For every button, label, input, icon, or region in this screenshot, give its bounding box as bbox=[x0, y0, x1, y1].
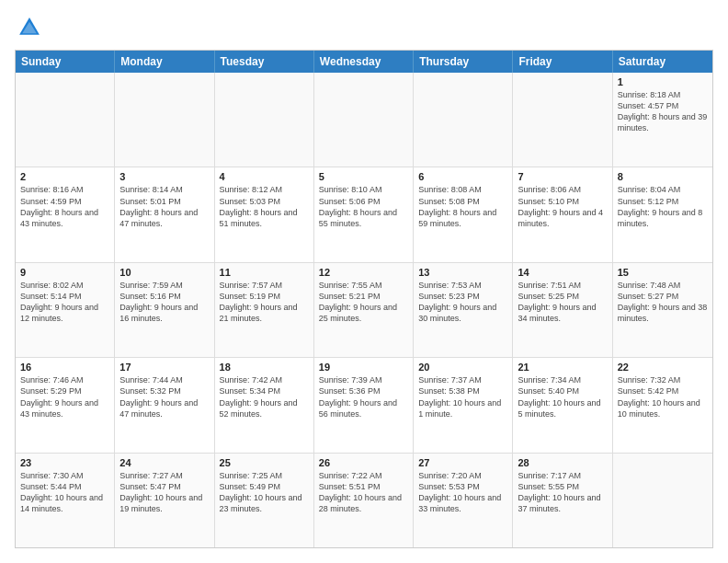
day-number: 15 bbox=[618, 267, 708, 278]
day-number: 1 bbox=[618, 76, 708, 87]
weekday-header-wednesday: Wednesday bbox=[314, 51, 414, 73]
day-number: 18 bbox=[220, 362, 309, 373]
day-cell-11: 11Sunrise: 7:57 AM Sunset: 5:19 PM Dayli… bbox=[215, 263, 314, 357]
day-number: 8 bbox=[618, 171, 708, 182]
day-info: Sunrise: 8:04 AM Sunset: 5:12 PM Dayligh… bbox=[618, 184, 708, 229]
day-number: 19 bbox=[319, 362, 408, 373]
day-info: Sunrise: 7:51 AM Sunset: 5:25 PM Dayligh… bbox=[518, 280, 607, 325]
day-number: 22 bbox=[618, 362, 708, 373]
day-info: Sunrise: 8:10 AM Sunset: 5:06 PM Dayligh… bbox=[319, 184, 408, 229]
day-info: Sunrise: 7:39 AM Sunset: 5:36 PM Dayligh… bbox=[319, 374, 408, 419]
page: SundayMondayTuesdayWednesdayThursdayFrid… bbox=[0, 0, 728, 563]
day-number: 16 bbox=[20, 362, 109, 373]
day-cell-20: 20Sunrise: 7:37 AM Sunset: 5:38 PM Dayli… bbox=[414, 358, 513, 452]
day-cell-15: 15Sunrise: 7:48 AM Sunset: 5:27 PM Dayli… bbox=[613, 263, 712, 357]
empty-cell bbox=[414, 73, 513, 167]
day-cell-3: 3Sunrise: 8:14 AM Sunset: 5:01 PM Daylig… bbox=[115, 167, 214, 261]
day-number: 25 bbox=[220, 457, 309, 468]
day-info: Sunrise: 7:34 AM Sunset: 5:40 PM Dayligh… bbox=[518, 374, 607, 419]
day-info: Sunrise: 7:55 AM Sunset: 5:21 PM Dayligh… bbox=[319, 280, 408, 325]
day-number: 20 bbox=[418, 362, 507, 373]
day-info: Sunrise: 8:14 AM Sunset: 5:01 PM Dayligh… bbox=[119, 184, 209, 229]
day-number: 2 bbox=[20, 171, 109, 182]
header bbox=[15, 15, 713, 40]
day-cell-26: 26Sunrise: 7:22 AM Sunset: 5:51 PM Dayli… bbox=[314, 454, 414, 547]
day-number: 5 bbox=[319, 171, 408, 182]
day-number: 7 bbox=[518, 171, 607, 182]
day-info: Sunrise: 8:18 AM Sunset: 4:57 PM Dayligh… bbox=[618, 89, 708, 134]
calendar-header: SundayMondayTuesdayWednesdayThursdayFrid… bbox=[16, 51, 712, 73]
day-cell-13: 13Sunrise: 7:53 AM Sunset: 5:23 PM Dayli… bbox=[414, 263, 513, 357]
day-cell-24: 24Sunrise: 7:27 AM Sunset: 5:47 PM Dayli… bbox=[115, 454, 214, 547]
day-number: 26 bbox=[319, 457, 408, 468]
day-info: Sunrise: 7:59 AM Sunset: 5:16 PM Dayligh… bbox=[119, 280, 209, 325]
day-info: Sunrise: 7:22 AM Sunset: 5:51 PM Dayligh… bbox=[319, 470, 408, 515]
day-cell-21: 21Sunrise: 7:34 AM Sunset: 5:40 PM Dayli… bbox=[513, 358, 612, 452]
calendar-body: 1Sunrise: 8:18 AM Sunset: 4:57 PM Daylig… bbox=[16, 73, 712, 547]
day-cell-23: 23Sunrise: 7:30 AM Sunset: 5:44 PM Dayli… bbox=[16, 454, 115, 547]
calendar-row-3: 16Sunrise: 7:46 AM Sunset: 5:29 PM Dayli… bbox=[16, 358, 712, 453]
logo bbox=[15, 15, 42, 40]
day-number: 6 bbox=[418, 171, 507, 182]
day-number: 10 bbox=[119, 267, 209, 278]
weekday-header-tuesday: Tuesday bbox=[215, 51, 314, 73]
weekday-header-thursday: Thursday bbox=[414, 51, 513, 73]
day-cell-2: 2Sunrise: 8:16 AM Sunset: 4:59 PM Daylig… bbox=[16, 167, 115, 261]
day-number: 4 bbox=[220, 171, 309, 182]
day-info: Sunrise: 7:42 AM Sunset: 5:34 PM Dayligh… bbox=[220, 374, 309, 419]
day-info: Sunrise: 7:25 AM Sunset: 5:49 PM Dayligh… bbox=[220, 470, 309, 515]
day-number: 13 bbox=[418, 267, 507, 278]
day-number: 9 bbox=[20, 267, 109, 278]
day-cell-5: 5Sunrise: 8:10 AM Sunset: 5:06 PM Daylig… bbox=[314, 167, 414, 261]
day-number: 17 bbox=[119, 362, 209, 373]
day-info: Sunrise: 8:02 AM Sunset: 5:14 PM Dayligh… bbox=[20, 280, 109, 325]
calendar-row-1: 2Sunrise: 8:16 AM Sunset: 4:59 PM Daylig… bbox=[16, 167, 712, 262]
day-cell-4: 4Sunrise: 8:12 AM Sunset: 5:03 PM Daylig… bbox=[215, 167, 314, 261]
day-number: 3 bbox=[119, 171, 209, 182]
day-number: 24 bbox=[119, 457, 209, 468]
day-info: Sunrise: 7:32 AM Sunset: 5:42 PM Dayligh… bbox=[618, 374, 708, 419]
day-info: Sunrise: 8:12 AM Sunset: 5:03 PM Dayligh… bbox=[220, 184, 309, 229]
day-cell-16: 16Sunrise: 7:46 AM Sunset: 5:29 PM Dayli… bbox=[16, 358, 115, 452]
day-cell-19: 19Sunrise: 7:39 AM Sunset: 5:36 PM Dayli… bbox=[314, 358, 414, 452]
empty-cell bbox=[314, 73, 414, 167]
day-info: Sunrise: 7:20 AM Sunset: 5:53 PM Dayligh… bbox=[418, 470, 507, 515]
weekday-header-monday: Monday bbox=[115, 51, 214, 73]
day-cell-8: 8Sunrise: 8:04 AM Sunset: 5:12 PM Daylig… bbox=[613, 167, 712, 261]
day-cell-17: 17Sunrise: 7:44 AM Sunset: 5:32 PM Dayli… bbox=[115, 358, 214, 452]
day-cell-7: 7Sunrise: 8:06 AM Sunset: 5:10 PM Daylig… bbox=[513, 167, 612, 261]
calendar-row-0: 1Sunrise: 8:18 AM Sunset: 4:57 PM Daylig… bbox=[16, 73, 712, 167]
day-info: Sunrise: 7:57 AM Sunset: 5:19 PM Dayligh… bbox=[220, 280, 309, 325]
day-info: Sunrise: 7:37 AM Sunset: 5:38 PM Dayligh… bbox=[418, 374, 507, 419]
day-cell-22: 22Sunrise: 7:32 AM Sunset: 5:42 PM Dayli… bbox=[613, 358, 712, 452]
logo-icon bbox=[17, 15, 42, 40]
day-info: Sunrise: 7:30 AM Sunset: 5:44 PM Dayligh… bbox=[20, 470, 109, 515]
day-cell-9: 9Sunrise: 8:02 AM Sunset: 5:14 PM Daylig… bbox=[16, 263, 115, 357]
day-info: Sunrise: 7:46 AM Sunset: 5:29 PM Dayligh… bbox=[20, 374, 109, 419]
empty-cell bbox=[16, 73, 115, 167]
empty-cell bbox=[115, 73, 214, 167]
day-info: Sunrise: 8:06 AM Sunset: 5:10 PM Dayligh… bbox=[518, 184, 607, 229]
day-cell-18: 18Sunrise: 7:42 AM Sunset: 5:34 PM Dayli… bbox=[215, 358, 314, 452]
calendar-row-4: 23Sunrise: 7:30 AM Sunset: 5:44 PM Dayli… bbox=[16, 454, 712, 547]
day-info: Sunrise: 7:17 AM Sunset: 5:55 PM Dayligh… bbox=[518, 470, 607, 515]
weekday-header-friday: Friday bbox=[513, 51, 612, 73]
day-info: Sunrise: 7:44 AM Sunset: 5:32 PM Dayligh… bbox=[119, 374, 209, 419]
day-number: 12 bbox=[319, 267, 408, 278]
day-cell-28: 28Sunrise: 7:17 AM Sunset: 5:55 PM Dayli… bbox=[513, 454, 612, 547]
day-number: 14 bbox=[518, 267, 607, 278]
day-info: Sunrise: 8:08 AM Sunset: 5:08 PM Dayligh… bbox=[418, 184, 507, 229]
day-number: 11 bbox=[220, 267, 309, 278]
day-cell-6: 6Sunrise: 8:08 AM Sunset: 5:08 PM Daylig… bbox=[414, 167, 513, 261]
weekday-header-saturday: Saturday bbox=[613, 51, 712, 73]
day-info: Sunrise: 7:27 AM Sunset: 5:47 PM Dayligh… bbox=[119, 470, 209, 515]
day-number: 21 bbox=[518, 362, 607, 373]
empty-cell bbox=[613, 454, 712, 547]
calendar: SundayMondayTuesdayWednesdayThursdayFrid… bbox=[15, 50, 713, 548]
day-cell-25: 25Sunrise: 7:25 AM Sunset: 5:49 PM Dayli… bbox=[215, 454, 314, 547]
empty-cell bbox=[215, 73, 314, 167]
day-cell-14: 14Sunrise: 7:51 AM Sunset: 5:25 PM Dayli… bbox=[513, 263, 612, 357]
day-number: 28 bbox=[518, 457, 607, 468]
weekday-header-sunday: Sunday bbox=[16, 51, 115, 73]
day-number: 23 bbox=[20, 457, 109, 468]
